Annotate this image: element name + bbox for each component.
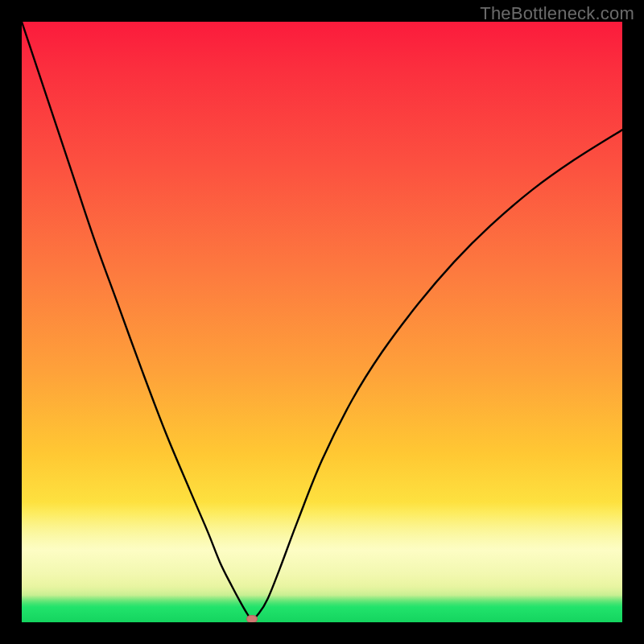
plot-area <box>22 22 622 622</box>
minimum-marker <box>246 615 258 622</box>
bottleneck-curve <box>22 22 622 622</box>
chart-frame: TheBottleneck.com <box>0 0 644 644</box>
watermark-text: TheBottleneck.com <box>480 3 634 24</box>
